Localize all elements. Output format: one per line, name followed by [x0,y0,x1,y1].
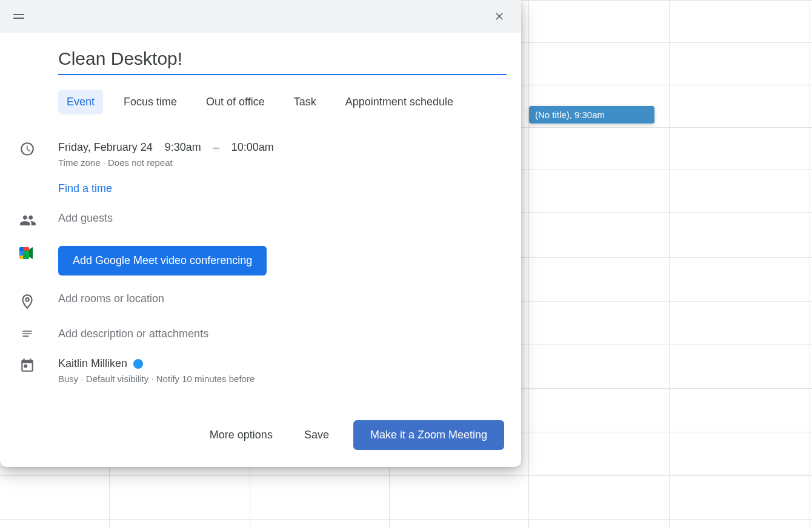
modal-header [0,0,521,33]
event-create-modal: Event Focus time Out of office Task Appo… [0,0,521,467]
more-options-button[interactable]: More options [202,423,280,447]
event-end-time[interactable]: 10:00am [231,141,274,154]
add-google-meet-button[interactable]: Add Google Meet video conferencing [58,246,267,276]
tab-event[interactable]: Event [58,90,103,114]
close-button[interactable] [487,4,511,28]
add-guests-field[interactable]: Add guests [58,212,504,225]
event-type-tabs: Event Focus time Out of office Task Appo… [58,90,504,114]
find-a-time-link[interactable]: Find a time [58,182,112,195]
tab-task[interactable]: Task [285,90,325,114]
add-location-field[interactable]: Add rooms or location [58,292,504,305]
location-icon [19,292,35,311]
event-title-input[interactable] [58,45,507,75]
tab-out-of-office[interactable]: Out of office [198,90,273,114]
calendar-color-dot [133,359,143,369]
calendar-owner-details[interactable]: Busy · Default visibility · Notify 10 mi… [58,374,504,384]
people-icon [19,212,36,229]
chip-time: 9:30am [574,110,605,120]
clock-icon [19,141,35,157]
event-start-time[interactable]: 9:30am [165,141,201,154]
make-zoom-meeting-button[interactable]: Make it a Zoom Meeting [353,420,504,450]
calendar-icon [19,357,35,373]
google-meet-icon [19,246,36,260]
drag-handle-icon[interactable] [10,9,24,24]
close-icon [493,10,505,22]
save-button[interactable]: Save [297,423,336,447]
timezone-repeat-line[interactable]: Time zone · Does not repeat [58,157,504,168]
time-dash: – [213,141,219,154]
add-description-field[interactable]: Add description or attachments [58,328,504,340]
chip-title: (No title), [535,110,572,120]
tab-appointment-schedule[interactable]: Appointment schedule [337,90,462,114]
event-date[interactable]: Friday, February 24 [58,141,153,154]
calendar-owner-name[interactable]: Kaitlin Milliken [58,357,127,370]
calendar-event-chip[interactable]: (No title), 9:30am [529,106,654,124]
tab-focus-time[interactable]: Focus time [115,90,185,114]
description-icon [19,328,35,340]
